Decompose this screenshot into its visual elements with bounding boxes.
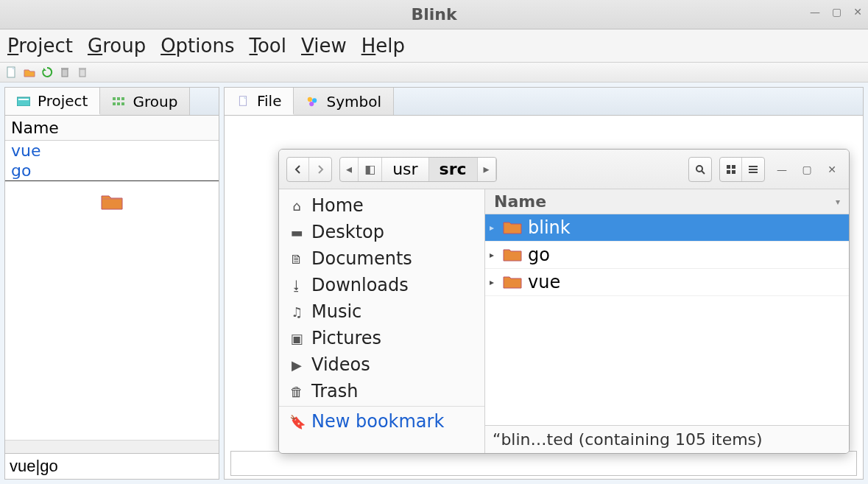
menu-tool[interactable]: Tool: [249, 35, 286, 57]
fm-new-bookmark-label: New bookmark: [311, 411, 444, 432]
fm-window-controls: — ▢ ✕: [772, 164, 841, 175]
fm-list-view-button[interactable]: [742, 158, 764, 181]
open-icon[interactable]: [24, 66, 35, 78]
bookmark-icon: 🔖: [289, 414, 304, 429]
svg-rect-23: [749, 166, 758, 167]
fm-body: ⌂Home ▬Desktop 🗎Documents ⭳Downloads ♫Mu…: [279, 189, 849, 453]
tab-project[interactable]: Project: [5, 88, 100, 115]
tab-file[interactable]: File: [225, 88, 294, 115]
fm-new-bookmark[interactable]: 🔖New bookmark: [279, 408, 484, 435]
desktop-icon: ▬: [289, 225, 304, 240]
fm-main: Name ▾ ▸ blink ▸ go ▸ vue: [485, 189, 849, 453]
minimize-button[interactable]: —: [810, 6, 820, 18]
fm-close-button[interactable]: ✕: [827, 164, 837, 175]
fm-side-videos[interactable]: ▶Videos: [279, 351, 484, 378]
project-item-vue[interactable]: vue: [5, 141, 219, 161]
menu-help[interactable]: Help: [361, 35, 405, 57]
fm-path-usr[interactable]: usr: [382, 158, 428, 181]
drop-folder-area[interactable]: [5, 181, 219, 225]
fm-statusbar: “blin…ted (containing 105 items): [485, 425, 849, 453]
fm-forward-button[interactable]: [309, 158, 331, 181]
svg-line-18: [702, 171, 705, 174]
svg-point-14: [308, 97, 312, 101]
fm-pathbar: ◂ ◧ usr src ▸: [339, 157, 497, 182]
refresh-icon[interactable]: [41, 66, 53, 78]
close-button[interactable]: ✕: [853, 6, 862, 18]
fm-side-downloads-label: Downloads: [311, 275, 409, 295]
fm-path-root[interactable]: ◧: [359, 158, 382, 181]
home-icon: ⌂: [289, 198, 304, 214]
delete-icon[interactable]: [59, 66, 71, 78]
fm-search-button[interactable]: [689, 158, 711, 181]
search-icon: [695, 164, 705, 175]
fm-side-home[interactable]: ⌂Home: [279, 192, 484, 219]
tab-symbol-label: Symbol: [326, 93, 381, 111]
file-tab-icon: [236, 96, 250, 106]
left-filter-input[interactable]: [5, 454, 219, 479]
sort-descending-icon: ▾: [836, 197, 840, 207]
left-scrollbar[interactable]: [5, 440, 219, 453]
tab-symbol[interactable]: Symbol: [294, 88, 394, 115]
left-panel: Project Group Name vue go: [4, 87, 219, 480]
menu-group[interactable]: Group: [88, 35, 146, 57]
fm-side-desktop-label: Desktop: [311, 222, 384, 242]
expand-icon[interactable]: ▸: [490, 250, 497, 260]
svg-rect-21: [727, 170, 730, 174]
fm-column-header[interactable]: Name ▾: [485, 189, 849, 214]
svg-rect-3: [80, 69, 85, 77]
tab-project-label: Project: [38, 92, 88, 110]
fm-row-go[interactable]: ▸ go: [485, 242, 849, 269]
fm-back-button[interactable]: [287, 158, 309, 181]
left-tabs: Project Group: [5, 88, 219, 116]
fm-side-home-label: Home: [311, 195, 364, 216]
expand-icon[interactable]: ▸: [490, 277, 497, 287]
symbol-tab-icon: [306, 97, 319, 107]
svg-rect-1: [62, 69, 68, 77]
fm-maximize-button[interactable]: ▢: [802, 164, 812, 175]
menu-project[interactable]: Project: [7, 35, 73, 57]
expand-icon[interactable]: ▸: [490, 222, 497, 233]
project-item-go[interactable]: go: [5, 161, 219, 180]
menu-view[interactable]: View: [301, 35, 347, 57]
fm-col-header-label: Name: [494, 192, 546, 211]
fm-row-blink[interactable]: ▸ blink: [485, 214, 849, 242]
trash-icon[interactable]: [77, 66, 88, 78]
fm-path-prev[interactable]: ◂: [340, 158, 359, 181]
right-input[interactable]: [230, 451, 857, 476]
documents-icon: 🗎: [289, 251, 304, 267]
fm-side-trash-label: Trash: [311, 381, 358, 401]
fm-path-src[interactable]: src: [429, 158, 478, 181]
trash-icon: 🗑: [289, 384, 304, 399]
tab-file-label: File: [257, 92, 281, 110]
tab-group[interactable]: Group: [100, 88, 190, 115]
svg-rect-12: [121, 102, 124, 105]
fm-side-documents-label: Documents: [311, 248, 412, 269]
project-list: vue go: [5, 141, 219, 181]
fm-side-downloads[interactable]: ⭳Downloads: [279, 272, 484, 298]
fm-side-desktop[interactable]: ▬Desktop: [279, 219, 484, 245]
maximize-button[interactable]: ▢: [832, 6, 841, 18]
menu-options[interactable]: Options: [160, 35, 234, 57]
fm-side-documents[interactable]: 🗎Documents: [279, 245, 484, 272]
folder-icon: [503, 275, 522, 290]
fm-side-trash[interactable]: 🗑Trash: [279, 378, 484, 404]
left-filter-input-wrap: [5, 453, 219, 479]
fm-action-buttons: [688, 157, 712, 182]
fm-path-next[interactable]: ▸: [478, 158, 496, 181]
fm-toolbar: ◂ ◧ usr src ▸ — ▢ ✕: [279, 150, 849, 189]
music-icon: ♫: [289, 304, 304, 320]
tab-group-label: Group: [133, 93, 177, 111]
fm-side-pictures[interactable]: ▣Pictures: [279, 325, 484, 351]
svg-rect-24: [749, 169, 758, 170]
fm-icon-view-button[interactable]: [720, 158, 742, 181]
fm-minimize-button[interactable]: —: [777, 164, 787, 175]
fm-row-vue[interactable]: ▸ vue: [485, 269, 849, 296]
svg-rect-9: [121, 97, 124, 100]
fm-side-videos-label: Videos: [311, 354, 370, 375]
left-column-header[interactable]: Name: [5, 116, 219, 141]
fm-side-pictures-label: Pictures: [311, 328, 381, 348]
fm-side-music[interactable]: ♫Music: [279, 298, 484, 325]
chevron-left-icon: [294, 165, 303, 174]
new-icon[interactable]: [6, 66, 18, 78]
file-manager-window: ◂ ◧ usr src ▸ — ▢ ✕ ⌂Home: [278, 149, 850, 454]
